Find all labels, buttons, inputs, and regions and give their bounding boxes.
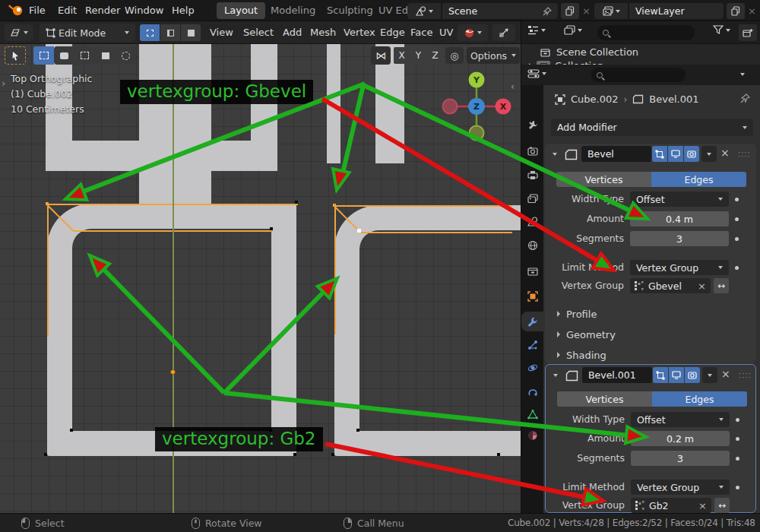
width-type-dropdown[interactable]: Offset [630,192,729,207]
menu-face[interactable]: Face [410,21,432,44]
menu-uv[interactable]: UV [439,21,453,44]
menu-file[interactable]: File [26,0,49,21]
mirror-y-button[interactable]: Y [410,47,426,64]
vertex[interactable] [44,453,47,456]
select-circle-tool-button[interactable] [74,46,95,65]
tab-render[interactable] [521,141,543,161]
mirror-button[interactable]: ⋈ [371,46,391,65]
viewlayer-remove-icon[interactable]: × [748,5,756,17]
tab-scene[interactable] [521,211,543,231]
active-vertex[interactable] [357,229,361,233]
invert-vertex-group-button[interactable]: ↔ [714,278,729,293]
subpanel-profile[interactable]: Profile [545,304,756,324]
blender-logo-icon[interactable] [8,4,24,20]
transform-orientation-button[interactable] [492,24,515,41]
mirror-z-button[interactable]: Z [427,47,443,64]
width-type-dropdown[interactable]: Offset [631,412,730,427]
workspace-tab-modeling[interactable]: Modeling [263,2,323,19]
clear-vertex-group-icon[interactable]: × [698,280,706,292]
scene-name-field[interactable]: Scene [442,3,558,19]
tab-output[interactable] [521,165,543,185]
menu-help[interactable]: Help [169,0,198,21]
options-dropdown[interactable]: Options [467,47,520,64]
mode-dropdown[interactable]: Edit Mode [40,24,135,42]
vertex[interactable] [331,453,334,456]
tab-object[interactable] [521,287,543,306]
breadcrumb-modifier[interactable]: Bevel.001 [649,93,698,105]
clear-vertex-group-icon[interactable]: × [698,500,707,511]
modifier-name-field[interactable]: Bevel [581,146,651,162]
modifier-name-field[interactable]: Bevel.001 [582,367,652,383]
modifier-close-icon[interactable]: × [721,368,730,380]
region-expand-icon[interactable]: › [2,78,5,89]
vertex[interactable] [295,201,298,204]
menu-window[interactable]: Window [122,0,166,21]
modifier-drag-handle[interactable]: ········ [739,372,752,379]
menu-edge[interactable]: Edge [380,21,405,44]
modifier-drag-handle[interactable]: ········ [738,150,751,158]
select-mode-edge-button[interactable] [160,24,180,41]
menu-edit[interactable]: Edit [55,0,80,21]
amount-field[interactable]: 0.4 m [630,211,729,226]
tab-collection[interactable] [521,261,543,281]
tab-world[interactable] [521,236,543,255]
menu-vertex[interactable]: Vertex [344,21,375,44]
proportional-edit-button[interactable]: ◎ [445,47,464,64]
toggle-realtime-display[interactable] [668,146,683,162]
limit-method-dropdown[interactable]: Vertex Group [630,260,729,275]
scene-type-button[interactable] [407,3,441,19]
affect-vertices-button[interactable]: Vertices [556,172,651,187]
tab-tool[interactable] [521,116,543,135]
animate-dot[interactable] [736,457,739,461]
vertex[interactable] [356,429,359,432]
invert-vertex-group-button[interactable]: ↔ [714,498,730,513]
toggle-edit-mode-display[interactable] [652,146,667,162]
menu-view[interactable]: View [210,21,233,44]
editor-type-button[interactable] [5,24,33,41]
tab-particles[interactable] [521,335,543,355]
select-lasso-tool-button[interactable] [95,46,116,65]
select-extra-tool-button[interactable] [116,46,136,65]
modifier-close-icon[interactable]: × [720,147,730,159]
select-box-tool-button[interactable] [33,46,54,65]
affect-vertices-button[interactable]: Vertices [557,391,652,407]
outliner-filter-type-button[interactable] [564,25,582,35]
animate-dot[interactable] [736,437,739,441]
tab-material[interactable] [521,426,543,445]
gizmo-y-negative[interactable] [470,126,484,141]
add-modifier-dropdown[interactable]: Add Modifier [551,119,753,136]
vertex[interactable] [333,204,336,207]
breadcrumb-object[interactable]: Cube.002 [571,93,619,105]
vertex[interactable] [293,453,296,456]
mirror-x-button[interactable]: X [394,47,410,64]
menu-mesh[interactable]: Mesh [310,21,336,44]
affect-edges-button[interactable]: Edges [651,172,746,187]
collapse-icon[interactable] [553,374,558,377]
outliner-filter-button[interactable] [713,25,730,35]
toggle-edit-mode-display[interactable] [653,367,668,383]
gizmo-x-negative[interactable] [443,100,458,114]
subpanel-shading[interactable]: Shading [545,345,756,365]
properties-options-icon[interactable] [740,73,745,76]
modifier-extras-dropdown[interactable] [701,146,717,162]
animate-dot[interactable] [735,198,739,201]
navigation-gizmo[interactable]: Y X Z [441,69,517,153]
animate-dot[interactable] [736,418,739,422]
tab-physics[interactable] [521,358,543,378]
tab-object-data[interactable] [521,404,543,424]
outliner-display-mode-button[interactable] [527,25,546,35]
vertex-group-field[interactable]: Gbevel × [630,278,711,293]
toggle-render-display[interactable] [684,146,699,162]
new-collection-button[interactable] [739,24,757,41]
modifier-extras-dropdown[interactable] [702,367,717,383]
viewlayer-type-button[interactable] [594,3,628,19]
pivot-point-button[interactable] [458,24,488,41]
viewlayer-copy-button[interactable] [727,3,745,19]
scene-copy-button[interactable] [561,3,579,19]
pin-id-icon[interactable] [740,93,750,103]
vertex[interactable] [70,429,73,432]
vertex[interactable] [46,202,49,205]
toggle-realtime-display[interactable] [669,367,684,383]
animate-dot[interactable] [735,266,739,270]
amount-field[interactable]: 0.2 m [631,431,730,446]
